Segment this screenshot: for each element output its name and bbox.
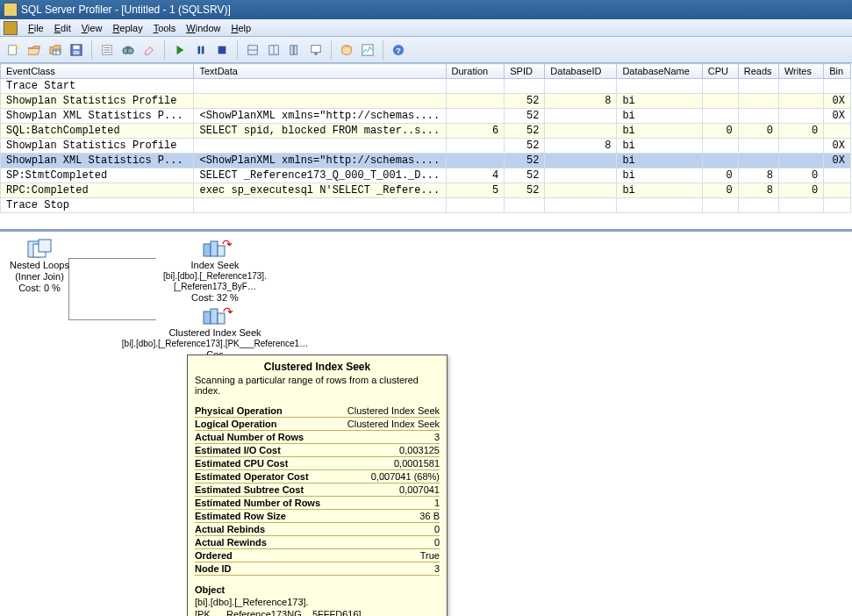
table-row[interactable]: Showplan XML Statistics P...<ShowPlanXML… bbox=[1, 154, 851, 168]
table-row[interactable]: Showplan Statistics Profile528bi0X bbox=[1, 139, 851, 154]
tb-open[interactable] bbox=[25, 40, 44, 60]
tb-pause[interactable] bbox=[191, 40, 211, 60]
cell-spid: 52 bbox=[505, 154, 545, 168]
col-databaseid[interactable]: DatabaseID bbox=[545, 64, 617, 79]
tb-perf-mon[interactable] bbox=[358, 40, 377, 60]
tb-clear[interactable] bbox=[140, 40, 159, 60]
table-row[interactable]: Showplan Statistics Profile528bi0X bbox=[1, 94, 851, 109]
tb-new-trace[interactable] bbox=[4, 40, 23, 60]
plan-op-nested-loops[interactable]: Nested Loops (Inner Join) Cost: 0 % bbox=[0, 239, 105, 295]
tb-stop[interactable] bbox=[212, 40, 232, 60]
cell-dbn: bi bbox=[617, 168, 702, 183]
cell-event: Showplan XML Statistics P... bbox=[1, 109, 194, 124]
plan-op-clustered-index-seek[interactable]: ↷ Clustered Index Seek [bi].[dbo].[_Refe… bbox=[105, 306, 325, 361]
table-row[interactable]: SP:StmtCompletedSELECT _Reference173_Q_0… bbox=[1, 168, 851, 183]
tb-open-table[interactable] bbox=[46, 40, 65, 60]
svg-rect-24 bbox=[290, 45, 294, 54]
cell-cpu bbox=[702, 79, 738, 94]
cell-cpu: 0 bbox=[702, 124, 738, 139]
execution-plan-pane[interactable]: Nested Loops (Inner Join) Cost: 0 % ↷ In… bbox=[0, 232, 852, 616]
table-row[interactable]: Trace Stop bbox=[1, 198, 851, 213]
svg-rect-38 bbox=[204, 312, 211, 324]
cell-dur bbox=[446, 198, 505, 213]
table-row[interactable]: Trace Start bbox=[1, 79, 851, 94]
col-databasename[interactable]: DatabaseName bbox=[617, 64, 702, 79]
tooltip-value: 0,007041 (68%) bbox=[336, 470, 440, 483]
tooltip-properties: Physical OperationClustered Index SeekLo… bbox=[195, 405, 440, 576]
cell-spid bbox=[505, 198, 545, 213]
cell-dur bbox=[446, 109, 505, 124]
col-binary[interactable]: Bin bbox=[824, 64, 851, 79]
tb-save[interactable] bbox=[67, 40, 86, 60]
cell-text: exec sp_executesql N'SELECT _Refere... bbox=[194, 183, 446, 198]
event-grid-scroll[interactable]: EventClass TextData Duration SPID Databa… bbox=[0, 63, 852, 232]
cell-text bbox=[194, 94, 446, 109]
tb-db-tuning[interactable] bbox=[337, 40, 356, 60]
menu-edit[interactable]: Edit bbox=[49, 21, 76, 35]
menu-replay[interactable]: Replay bbox=[107, 21, 147, 35]
cell-db: 8 bbox=[545, 94, 617, 109]
cell-db bbox=[545, 154, 617, 168]
menu-file-label: ile bbox=[34, 23, 44, 33]
grid-icon bbox=[247, 44, 259, 56]
menu-view[interactable]: View bbox=[76, 21, 108, 35]
autoscroll-icon bbox=[310, 44, 322, 56]
plan-op-label: Index Seek bbox=[127, 260, 303, 271]
tb-help[interactable]: ? bbox=[389, 40, 408, 60]
cell-db bbox=[545, 109, 617, 124]
tooltip-key: Actual Rewinds bbox=[195, 536, 336, 549]
table-row[interactable]: Showplan XML Statistics P...<ShowPlanXML… bbox=[1, 109, 851, 124]
cell-dur bbox=[446, 139, 505, 154]
cell-text: SELECT spid, blocked FROM master..s... bbox=[194, 124, 446, 139]
tooltip-row: Actual Number of Rows3 bbox=[195, 431, 440, 444]
cell-spid: 52 bbox=[505, 109, 545, 124]
col-writes[interactable]: Writes bbox=[778, 64, 823, 79]
col-cpu[interactable]: CPU bbox=[702, 64, 738, 79]
tb-run[interactable] bbox=[170, 40, 190, 60]
cell-writes: 0 bbox=[778, 124, 823, 139]
tooltip-row: Logical OperationClustered Index Seek bbox=[195, 418, 440, 431]
menu-help[interactable]: Help bbox=[226, 21, 256, 35]
cell-bin: 0X bbox=[824, 154, 851, 168]
menu-window[interactable]: Window bbox=[181, 21, 226, 35]
tb-group-2[interactable] bbox=[264, 40, 283, 60]
page-sparkle-icon bbox=[7, 44, 19, 56]
cell-writes bbox=[778, 79, 823, 94]
tb-group-3[interactable] bbox=[285, 40, 304, 60]
tb-find[interactable] bbox=[118, 40, 138, 60]
tb-group-1[interactable] bbox=[243, 40, 262, 60]
col-duration[interactable]: Duration bbox=[446, 64, 505, 79]
tb-properties[interactable] bbox=[97, 40, 117, 60]
cell-bin bbox=[824, 183, 851, 198]
tooltip-row: Estimated Operator Cost0,007041 (68%) bbox=[195, 470, 440, 483]
col-textdata[interactable]: TextData bbox=[194, 64, 446, 79]
svg-rect-36 bbox=[211, 241, 218, 256]
cell-writes bbox=[778, 109, 823, 124]
menu-tools[interactable]: Tools bbox=[148, 21, 182, 35]
tooltip-row: Estimated Subtree Cost0,007041 bbox=[195, 483, 440, 497]
cell-reads bbox=[738, 139, 778, 154]
tb-autoscroll[interactable] bbox=[306, 40, 326, 60]
table-row[interactable]: SQL:BatchCompletedSELECT spid, blocked F… bbox=[1, 124, 851, 139]
grid-header-row: EventClass TextData Duration SPID Databa… bbox=[1, 64, 851, 79]
table-row[interactable]: RPC:Completedexec sp_executesql N'SELECT… bbox=[1, 183, 851, 198]
cell-text: SELECT _Reference173_Q_000_T_001._D... bbox=[194, 168, 446, 183]
cell-writes bbox=[778, 139, 823, 154]
menu-file[interactable]: File bbox=[23, 21, 49, 35]
col-eventclass[interactable]: EventClass bbox=[1, 64, 194, 79]
plan-op-index-seek[interactable]: ↷ Index Seek [bi].[dbo].[_Reference173].… bbox=[127, 239, 303, 304]
cell-text bbox=[194, 198, 446, 213]
col-spid[interactable]: SPID bbox=[505, 64, 545, 79]
tooltip-key: Node ID bbox=[195, 562, 336, 576]
cell-dur bbox=[446, 79, 505, 94]
cell-bin bbox=[824, 168, 851, 183]
tooltip-title: Clustered Index Seek bbox=[195, 361, 440, 373]
col-reads[interactable]: Reads bbox=[738, 64, 778, 79]
columns-icon bbox=[289, 44, 301, 56]
operator-tooltip: Clustered Index Seek Scanning a particul… bbox=[187, 355, 447, 616]
window-title-bar: SQL Server Profiler - [Untitled - 1 (SQL… bbox=[0, 0, 852, 19]
svg-rect-29 bbox=[362, 44, 373, 54]
svg-rect-17 bbox=[198, 46, 201, 54]
tooltip-key: Estimated I/O Cost bbox=[195, 444, 336, 457]
cell-bin: 0X bbox=[824, 94, 851, 109]
